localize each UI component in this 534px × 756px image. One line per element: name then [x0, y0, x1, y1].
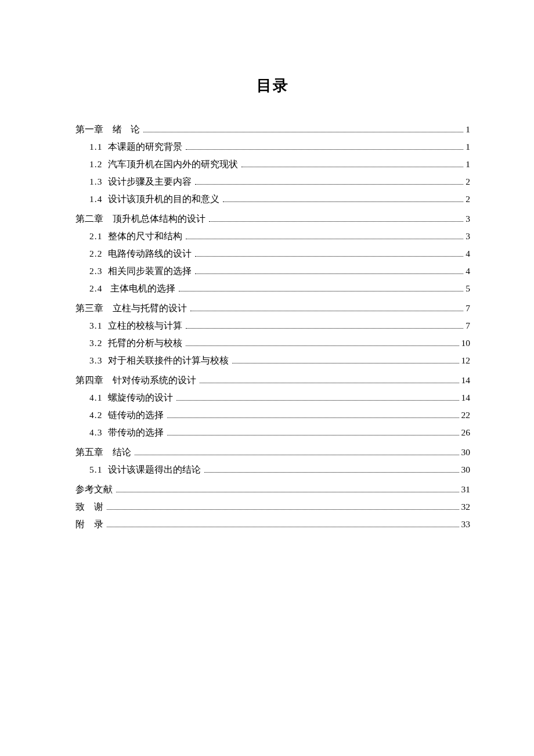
toc-entry-label: 第五章 结论: [75, 448, 131, 457]
toc-entry-number: 3.3: [89, 356, 102, 365]
toc-sub-entry: 4.1螺旋传动的设计14: [75, 393, 470, 402]
toc-leader-dots: [195, 273, 463, 274]
toc-entry-page: 1: [466, 125, 470, 134]
toc-entry-number: 4.2: [89, 411, 102, 420]
toc-entry-number: 2.4: [89, 284, 102, 293]
toc-chapter-entry: 第二章 顶升机总体结构的设计3: [75, 214, 470, 224]
toc-leader-dots: [195, 184, 463, 185]
toc-leader-dots: [179, 291, 463, 291]
toc-entry-label: 螺旋传动的设计: [108, 393, 173, 402]
toc-leader-dots: [195, 256, 463, 257]
toc-leader-dots: [186, 328, 463, 329]
toc-sub-entry: 2.3相关同步装置的选择4: [75, 267, 470, 276]
toc-entry-page: 2: [466, 177, 470, 186]
toc-entry-page: 4: [466, 267, 470, 276]
toc-entry-label: 设计该课题得出的结论: [108, 465, 201, 474]
toc-title: 目录: [75, 75, 470, 96]
toc-sub-entry: 2.2电路传动路线的设计4: [75, 249, 470, 258]
toc-entry-label: 主体电机的选择: [108, 284, 175, 293]
toc-leader-dots: [232, 363, 459, 363]
toc-leader-dots: [176, 400, 459, 401]
toc-entry-label: 汽车顶升机在国内外的研究现状: [108, 160, 238, 169]
toc-entry-page: 32: [461, 502, 471, 512]
toc-entry-label: 托臂的分析与校核: [108, 339, 182, 348]
toc-entry-label: 相关同步装置的选择: [108, 267, 192, 276]
toc-entry-page: 30: [461, 465, 471, 474]
toc-entry-page: 7: [466, 321, 470, 330]
toc-sub-entry: 1.2汽车顶升机在国内外的研究现状1: [75, 160, 470, 169]
toc-leader-dots: [186, 239, 463, 239]
toc-leader-dots: [143, 132, 463, 132]
toc-entry-page: 1: [466, 160, 470, 169]
toc-chapter-entry: 第四章 针对传动系统的设计14: [75, 376, 470, 385]
toc-leader-dots: [116, 492, 459, 492]
toc-entry-page: 14: [461, 376, 471, 385]
toc-entry-label: 第一章 绪 论: [75, 125, 140, 134]
toc-entry-label: 电路传动路线的设计: [108, 249, 192, 258]
toc-entry-label: 致 谢: [75, 502, 103, 512]
toc-sub-entry: 3.1立柱的校核与计算7: [75, 321, 470, 330]
toc-chapter-entry: 致 谢32: [75, 502, 470, 512]
toc-chapter-entry: 第一章 绪 论1: [75, 125, 470, 134]
document-page: 目录 第一章 绪 论11.1本课题的研究背景11.2汽车顶升机在国内外的研究现状…: [0, 0, 534, 756]
toc-sub-entry: 1.1本课题的研究背景1: [75, 142, 470, 152]
toc-entry-label: 参考文献: [75, 485, 113, 494]
toc-leader-dots: [167, 417, 459, 418]
toc-entry-number: 5.1: [89, 465, 102, 474]
toc-chapter-entry: 第三章 立柱与托臂的设计7: [75, 304, 470, 313]
toc-leader-dots: [107, 509, 459, 510]
toc-entry-number: 2.2: [89, 249, 102, 258]
toc-entry-label: 对于相关联接件的计算与校核: [108, 356, 229, 365]
toc-entry-label: 本课题的研究背景: [108, 142, 182, 152]
toc-entry-label: 设计步骤及主要内容: [108, 177, 192, 186]
toc-entry-label: 链传动的选择: [108, 411, 164, 420]
toc-sub-entry: 3.3对于相关联接件的计算与校核12: [75, 356, 470, 365]
toc-entry-number: 1.1: [89, 142, 102, 152]
toc-entry-page: 30: [461, 448, 471, 457]
toc-sub-entry: 1.4设计该顶升机的目的和意义2: [75, 195, 470, 204]
toc-entry-page: 3: [466, 232, 470, 241]
toc-leader-dots: [223, 201, 463, 202]
toc-entry-page: 10: [461, 339, 471, 348]
toc-entry-number: 4.1: [89, 393, 102, 402]
toc-entry-label: 整体的尺寸和结构: [108, 232, 182, 241]
toc-entry-number: 1.3: [89, 177, 102, 186]
toc-sub-entry: 2.1整体的尺寸和结构3: [75, 232, 470, 241]
toc-sub-entry: 1.3设计步骤及主要内容2: [75, 177, 470, 186]
toc-entry-page: 26: [461, 428, 471, 437]
toc-entry-number: 3.1: [89, 321, 102, 330]
toc-list: 第一章 绪 论11.1本课题的研究背景11.2汽车顶升机在国内外的研究现状11.…: [75, 125, 470, 529]
toc-leader-dots: [204, 472, 459, 473]
toc-entry-page: 12: [461, 356, 471, 365]
toc-entry-label: 设计该顶升机的目的和意义: [108, 195, 219, 204]
toc-entry-number: 3.2: [89, 339, 102, 348]
toc-entry-number: 2.3: [89, 267, 102, 276]
toc-chapter-entry: 第五章 结论30: [75, 448, 470, 457]
toc-entry-number: 1.2: [89, 160, 102, 169]
toc-entry-page: 31: [461, 485, 471, 494]
toc-sub-entry: 4.2链传动的选择22: [75, 411, 470, 420]
toc-sub-entry: 5.1设计该课题得出的结论30: [75, 465, 470, 474]
toc-entry-page: 22: [461, 411, 471, 420]
toc-entry-page: 14: [461, 393, 471, 402]
toc-entry-number: 2.1: [89, 232, 102, 241]
toc-entry-page: 3: [466, 214, 470, 224]
toc-chapter-entry: 参考文献31: [75, 485, 470, 494]
toc-entry-number: 1.4: [89, 195, 102, 204]
toc-sub-entry: 3.2托臂的分析与校核10: [75, 339, 470, 348]
toc-entry-number: 4.3: [89, 428, 102, 437]
toc-sub-entry: 4.3带传动的选择26: [75, 428, 470, 437]
toc-leader-dots: [241, 167, 463, 167]
toc-entry-page: 4: [466, 249, 470, 258]
toc-leader-dots: [107, 527, 459, 527]
toc-entry-page: 2: [466, 195, 470, 204]
toc-entry-label: 立柱的校核与计算: [108, 321, 182, 330]
toc-leader-dots: [186, 149, 463, 150]
toc-entry-label: 第三章 立柱与托臂的设计: [75, 304, 187, 313]
toc-entry-page: 7: [466, 304, 470, 313]
toc-chapter-entry: 附 录33: [75, 520, 470, 529]
toc-entry-page: 1: [466, 142, 470, 152]
toc-entry-page: 5: [466, 284, 470, 293]
toc-sub-entry: 2.4 主体电机的选择5: [75, 284, 470, 293]
toc-entry-label: 第四章 针对传动系统的设计: [75, 376, 196, 385]
